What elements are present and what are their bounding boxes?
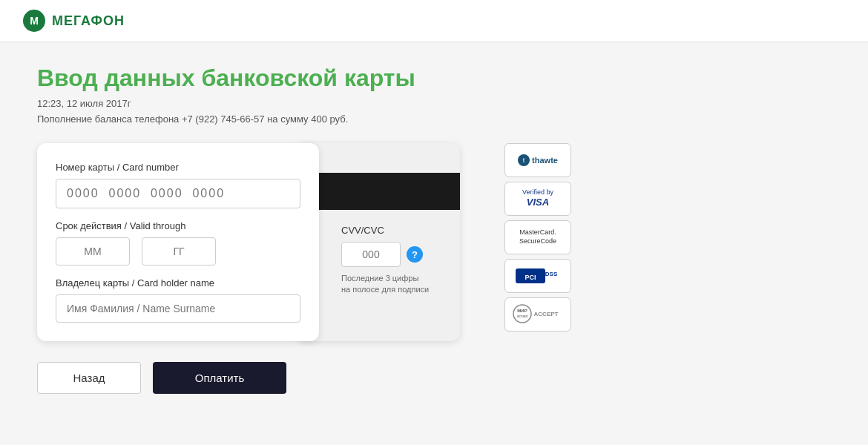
thawte-badge: t thawte	[504, 143, 571, 177]
form-area: Номер карты / Card number Срок действия …	[37, 143, 831, 341]
security-badges: t thawte Verified by VISA MasterCard. Se…	[504, 143, 571, 332]
thawte-label: thawte	[532, 156, 558, 165]
expiry-label: Срок действия / Valid through	[56, 220, 300, 231]
thawte-icon: t	[518, 154, 530, 166]
expiry-row	[56, 237, 300, 266]
card-number-input[interactable]	[56, 179, 300, 208]
page-title: Ввод данных банковской карты	[37, 65, 831, 92]
payment-description: Пополнение баланса телефона +7 (922) 745…	[37, 113, 831, 125]
mastercard-text: MasterCard. SecureCode	[519, 228, 556, 245]
back-button[interactable]: Назад	[37, 362, 141, 394]
svg-text:accept: accept	[517, 314, 528, 318]
pci-dss-badge: PCI DSS	[504, 259, 571, 293]
card-form-wrapper: Номер карты / Card number Срок действия …	[37, 143, 460, 341]
megafon-logo-icon: М	[22, 9, 46, 33]
mir-accept-badge: МИР accept ACCEPT	[504, 297, 571, 332]
svg-text:ACCEPT: ACCEPT	[534, 311, 559, 317]
pay-button[interactable]: Оплатить	[153, 362, 286, 394]
header: М МегаФон	[0, 0, 868, 42]
card-number-label: Номер карты / Card number	[56, 162, 300, 173]
cvv-label: CVV/CVC	[341, 225, 445, 236]
verified-visa-text: Verified by VISA	[522, 188, 553, 210]
cvv-hint: Последние 3 цифрына полосе для подписи	[341, 273, 445, 296]
svg-text:МИР: МИР	[517, 309, 527, 313]
mir-text: МИР accept ACCEPT	[512, 303, 564, 326]
card-magnetic-stripe	[297, 173, 460, 210]
cvv-input[interactable]	[341, 242, 401, 267]
verified-visa-badge: Verified by VISA	[504, 182, 571, 216]
svg-text:DSS: DSS	[545, 271, 558, 277]
cvv-help-button[interactable]: ?	[407, 246, 423, 263]
pci-dss-icon: PCI DSS	[516, 265, 560, 287]
svg-text:М: М	[30, 15, 39, 27]
holder-input[interactable]	[56, 294, 300, 323]
cvv-input-row: ?	[341, 242, 445, 267]
svg-text:PCI: PCI	[525, 274, 536, 281]
actions: Назад Оплатить	[37, 362, 831, 394]
mastercard-badge: MasterCard. SecureCode	[504, 220, 571, 254]
mir-accept-icon: МИР accept ACCEPT	[512, 303, 564, 324]
cvv-area: CVV/CVC ? Последние 3 цифрына полосе для…	[297, 210, 460, 296]
card-front: Номер карты / Card number Срок действия …	[37, 143, 319, 341]
logo: М МегаФон	[22, 9, 125, 33]
year-input[interactable]	[142, 237, 216, 266]
logo-text: МегаФон	[52, 13, 125, 29]
card-back: CVV/CVC ? Последние 3 цифрына полосе для…	[297, 143, 460, 341]
date-time: 12:23, 12 июля 2017г	[37, 98, 831, 109]
holder-label: Владелец карты / Card holder name	[56, 277, 300, 289]
month-input[interactable]	[56, 237, 130, 266]
main-content: Ввод данных банковской карты 12:23, 12 и…	[0, 42, 868, 416]
